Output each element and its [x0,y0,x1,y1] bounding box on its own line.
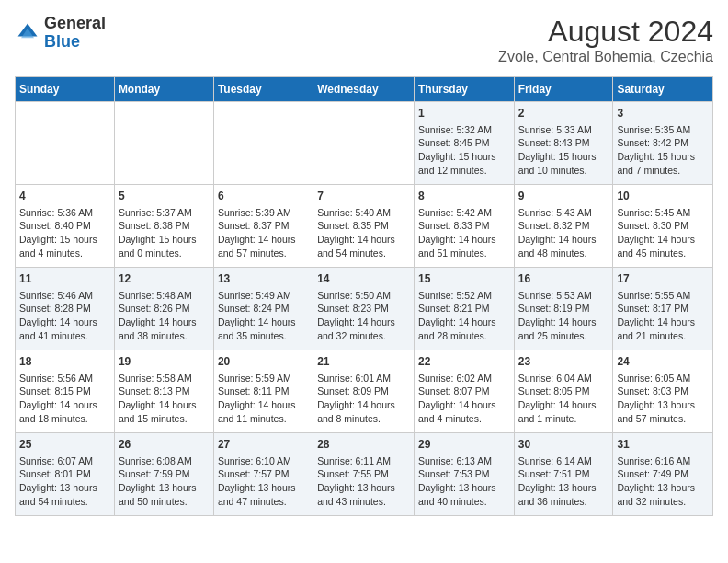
day-number: 14 [317,271,410,287]
day-info: Sunrise: 5:46 AM Sunset: 8:28 PM Dayligh… [19,289,110,343]
day-number: 31 [617,437,709,453]
calendar-cell [16,102,115,185]
day-number: 21 [317,354,410,370]
weekday-header-saturday: Saturday [613,77,713,102]
calendar-cell: 20Sunrise: 5:59 AM Sunset: 8:11 PM Dayli… [213,350,313,433]
calendar-cell: 13Sunrise: 5:49 AM Sunset: 8:24 PM Dayli… [213,268,313,350]
day-number: 6 [218,189,309,204]
logo-general-text: General [44,14,106,32]
day-number: 26 [119,437,210,453]
day-info: Sunrise: 5:50 AM Sunset: 8:23 PM Dayligh… [317,289,410,343]
weekday-header-row: SundayMondayTuesdayWednesdayThursdayFrid… [16,77,713,102]
month-year: August 2024 [498,15,713,49]
calendar-cell: 8Sunrise: 5:42 AM Sunset: 8:33 PM Daylig… [414,185,514,268]
calendar-cell: 4Sunrise: 5:36 AM Sunset: 8:40 PM Daylig… [16,185,115,268]
day-number: 24 [617,354,709,370]
day-info: Sunrise: 5:55 AM Sunset: 8:17 PM Dayligh… [617,289,709,343]
calendar-cell: 22Sunrise: 6:02 AM Sunset: 8:07 PM Dayli… [414,350,514,433]
calendar-cell: 12Sunrise: 5:48 AM Sunset: 8:26 PM Dayli… [114,268,213,350]
day-number: 9 [518,189,609,204]
title-block: August 2024 Zvole, Central Bohemia, Czec… [498,15,713,65]
day-number: 16 [518,271,609,287]
day-number: 22 [418,354,510,370]
weekday-header-friday: Friday [514,77,613,102]
day-info: Sunrise: 5:56 AM Sunset: 8:15 PM Dayligh… [19,372,110,426]
logo-text: General Blue [44,15,106,52]
day-info: Sunrise: 5:58 AM Sunset: 8:13 PM Dayligh… [119,372,210,426]
day-info: Sunrise: 5:43 AM Sunset: 8:32 PM Dayligh… [518,206,609,260]
day-info: Sunrise: 6:05 AM Sunset: 8:03 PM Dayligh… [617,372,709,426]
day-number: 29 [418,437,510,453]
calendar-week-3: 11Sunrise: 5:46 AM Sunset: 8:28 PM Dayli… [16,268,713,350]
calendar-cell [313,102,415,185]
day-number: 18 [19,354,110,370]
day-number: 4 [19,189,110,204]
day-info: Sunrise: 5:35 AM Sunset: 8:42 PM Dayligh… [617,123,709,178]
calendar-body: 1Sunrise: 5:32 AM Sunset: 8:45 PM Daylig… [16,102,713,516]
weekday-header-tuesday: Tuesday [213,77,313,102]
calendar-cell: 17Sunrise: 5:55 AM Sunset: 8:17 PM Dayli… [613,268,713,350]
calendar-cell: 15Sunrise: 5:52 AM Sunset: 8:21 PM Dayli… [414,268,514,350]
day-number: 13 [218,271,309,287]
day-info: Sunrise: 6:07 AM Sunset: 8:01 PM Dayligh… [19,454,110,509]
day-number: 23 [518,354,609,370]
calendar-cell: 23Sunrise: 6:04 AM Sunset: 8:05 PM Dayli… [514,350,613,433]
calendar-cell: 5Sunrise: 5:37 AM Sunset: 8:38 PM Daylig… [114,185,213,268]
day-number: 17 [617,271,709,287]
day-info: Sunrise: 5:45 AM Sunset: 8:30 PM Dayligh… [617,206,709,260]
day-number: 3 [617,106,709,121]
calendar-week-1: 1Sunrise: 5:32 AM Sunset: 8:45 PM Daylig… [16,102,713,185]
day-info: Sunrise: 5:53 AM Sunset: 8:19 PM Dayligh… [518,289,609,343]
day-number: 25 [19,437,110,453]
day-number: 10 [617,189,709,204]
day-number: 27 [218,437,309,453]
day-info: Sunrise: 5:39 AM Sunset: 8:37 PM Dayligh… [218,206,309,260]
day-info: Sunrise: 6:04 AM Sunset: 8:05 PM Dayligh… [518,372,609,426]
weekday-header-thursday: Thursday [414,77,514,102]
day-info: Sunrise: 6:10 AM Sunset: 7:57 PM Dayligh… [218,454,309,509]
day-info: Sunrise: 6:14 AM Sunset: 7:51 PM Dayligh… [518,454,609,509]
calendar-cell: 28Sunrise: 6:11 AM Sunset: 7:55 PM Dayli… [313,433,415,516]
calendar-cell: 1Sunrise: 5:32 AM Sunset: 8:45 PM Daylig… [414,102,514,185]
calendar-cell [114,102,213,185]
day-number: 20 [218,354,309,370]
calendar-cell: 14Sunrise: 5:50 AM Sunset: 8:23 PM Dayli… [313,268,415,350]
calendar-cell [213,102,313,185]
day-number: 19 [119,354,210,370]
calendar-cell: 16Sunrise: 5:53 AM Sunset: 8:19 PM Dayli… [514,268,613,350]
day-info: Sunrise: 5:32 AM Sunset: 8:45 PM Dayligh… [418,123,510,178]
day-info: Sunrise: 6:16 AM Sunset: 7:49 PM Dayligh… [617,454,709,509]
day-info: Sunrise: 6:02 AM Sunset: 8:07 PM Dayligh… [418,372,510,426]
logo-icon [15,20,40,46]
calendar-cell: 30Sunrise: 6:14 AM Sunset: 7:51 PM Dayli… [514,433,613,516]
calendar-header: SundayMondayTuesdayWednesdayThursdayFrid… [16,77,713,102]
logo: General Blue [15,15,106,52]
day-number: 28 [317,437,410,453]
calendar-cell: 19Sunrise: 5:58 AM Sunset: 8:13 PM Dayli… [114,350,213,433]
day-info: Sunrise: 5:33 AM Sunset: 8:43 PM Dayligh… [518,123,609,178]
calendar-week-5: 25Sunrise: 6:07 AM Sunset: 8:01 PM Dayli… [16,433,713,516]
calendar-table: SundayMondayTuesdayWednesdayThursdayFrid… [15,76,713,516]
day-info: Sunrise: 5:40 AM Sunset: 8:35 PM Dayligh… [317,206,410,260]
calendar-cell: 3Sunrise: 5:35 AM Sunset: 8:42 PM Daylig… [613,102,713,185]
location: Zvole, Central Bohemia, Czechia [498,49,713,65]
day-number: 15 [418,271,510,287]
day-number: 2 [518,106,609,121]
calendar-cell: 24Sunrise: 6:05 AM Sunset: 8:03 PM Dayli… [613,350,713,433]
calendar-cell: 7Sunrise: 5:40 AM Sunset: 8:35 PM Daylig… [313,185,415,268]
calendar-cell: 29Sunrise: 6:13 AM Sunset: 7:53 PM Dayli… [414,433,514,516]
day-number: 30 [518,437,609,453]
calendar-cell: 9Sunrise: 5:43 AM Sunset: 8:32 PM Daylig… [514,185,613,268]
day-info: Sunrise: 5:52 AM Sunset: 8:21 PM Dayligh… [418,289,510,343]
day-number: 5 [119,189,210,204]
calendar-cell: 10Sunrise: 5:45 AM Sunset: 8:30 PM Dayli… [613,185,713,268]
weekday-header-wednesday: Wednesday [313,77,415,102]
logo-blue-text: Blue [44,32,80,51]
calendar-cell: 26Sunrise: 6:08 AM Sunset: 7:59 PM Dayli… [114,433,213,516]
day-info: Sunrise: 5:49 AM Sunset: 8:24 PM Dayligh… [218,289,309,343]
calendar-cell: 18Sunrise: 5:56 AM Sunset: 8:15 PM Dayli… [16,350,115,433]
day-info: Sunrise: 6:11 AM Sunset: 7:55 PM Dayligh… [317,454,410,509]
page-header: General Blue August 2024 Zvole, Central … [15,15,713,65]
day-info: Sunrise: 5:36 AM Sunset: 8:40 PM Dayligh… [19,206,110,260]
day-number: 12 [119,271,210,287]
